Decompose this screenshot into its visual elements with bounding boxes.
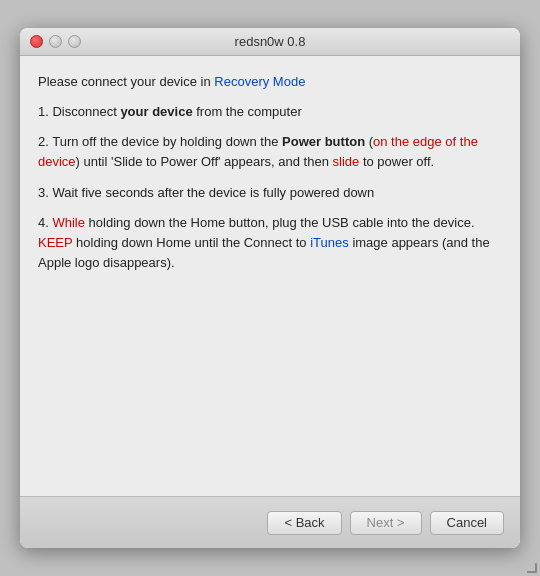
- back-button[interactable]: < Back: [267, 511, 341, 535]
- step1-bold: your device: [120, 104, 192, 119]
- step2-bold: Power button: [282, 134, 365, 149]
- step2-red2: slide: [333, 154, 360, 169]
- step2-red1: on the edge of the device: [38, 134, 478, 169]
- title-bar: redsn0w 0.8: [20, 28, 520, 56]
- step4-red1: While: [52, 215, 85, 230]
- step4-blue: iTunes: [310, 235, 349, 250]
- instructions: Please connect your device in Recovery M…: [38, 72, 502, 273]
- header-text: Please connect your device in Recovery M…: [38, 72, 502, 92]
- maximize-button[interactable]: [68, 35, 81, 48]
- step4-red2: KEEP: [38, 235, 72, 250]
- footer: < Back Next > Cancel: [20, 496, 520, 548]
- step1-text: 1. Disconnect your device from the compu…: [38, 102, 502, 122]
- content-area: Please connect your device in Recovery M…: [20, 56, 520, 496]
- cancel-button[interactable]: Cancel: [430, 511, 504, 535]
- next-button[interactable]: Next >: [350, 511, 422, 535]
- step4-text: 4. While holding down the Home button, p…: [38, 213, 502, 273]
- close-button[interactable]: [30, 35, 43, 48]
- main-window: redsn0w 0.8 Please connect your device i…: [20, 28, 520, 548]
- window-title: redsn0w 0.8: [235, 34, 306, 49]
- minimize-button[interactable]: [49, 35, 62, 48]
- traffic-lights: [30, 35, 81, 48]
- step3-text: 3. Wait five seconds after the device is…: [38, 183, 502, 203]
- header-blue-word: Recovery Mode: [214, 74, 305, 89]
- step2-text: 2. Turn off the device by holding down t…: [38, 132, 502, 172]
